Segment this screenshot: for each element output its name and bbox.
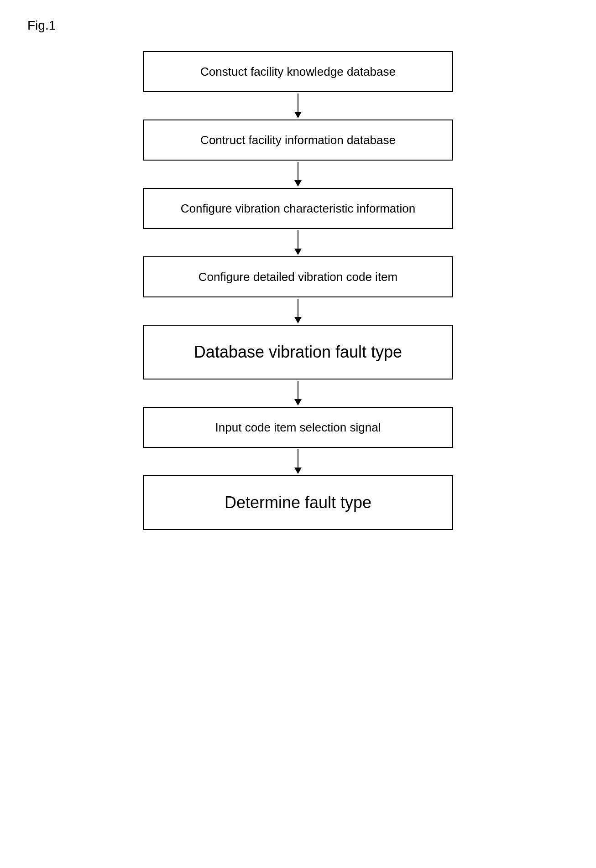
- step-label-s22: Determine fault type: [225, 493, 371, 512]
- figure-label: Fig.1: [27, 18, 569, 33]
- step-row-s18: Database vibration fault type ∿ S18: [27, 325, 569, 379]
- step-box-s16: Configure detailed vibration code item: [143, 256, 453, 297]
- arrow-head-6: [294, 468, 302, 474]
- arrow-line-2: [298, 162, 298, 180]
- arrow-line-5: [298, 381, 298, 399]
- step-row-s22: Determine fault type ∿ S22: [27, 475, 569, 530]
- arrow-shape-2: [294, 162, 302, 187]
- arrow-shape-6: [294, 449, 302, 474]
- arrow-shape-5: [294, 381, 302, 405]
- step-label-s12: Contruct facility information database: [200, 133, 396, 147]
- step-box-s14: Configure vibration characteristic infor…: [143, 188, 453, 229]
- step-row-s12: Contruct facility information database ∿…: [27, 120, 569, 161]
- step-box-s10: Constuct facility knowledge database: [143, 51, 453, 92]
- arrow-shape-1: [294, 94, 302, 118]
- arrow-head-3: [294, 249, 302, 255]
- arrow-line-3: [298, 230, 298, 249]
- arrow-3: [27, 229, 569, 256]
- arrow-shape-3: [294, 230, 302, 255]
- step-box-s12: Contruct facility information database: [143, 120, 453, 161]
- step-row-s16: Configure detailed vibration code item ∿…: [27, 256, 569, 297]
- page: Fig.1 Constuct facility knowledge databa…: [0, 0, 596, 868]
- step-row-s10: Constuct facility knowledge database ∿ S…: [27, 51, 569, 92]
- step-label-s18: Database vibration fault type: [194, 343, 402, 362]
- arrow-head-5: [294, 399, 302, 405]
- arrow-6: [27, 448, 569, 475]
- arrow-line-1: [298, 94, 298, 112]
- arrow-5: [27, 379, 569, 407]
- arrow-4: [27, 297, 569, 325]
- step-label-s16: Configure detailed vibration code item: [199, 270, 397, 284]
- step-label-s14: Configure vibration characteristic infor…: [181, 202, 415, 216]
- arrow-1: [27, 92, 569, 120]
- step-row-s14: Configure vibration characteristic infor…: [27, 188, 569, 229]
- arrow-head-2: [294, 180, 302, 187]
- arrow-line-6: [298, 449, 298, 468]
- step-label-s20: Input code item selection signal: [215, 421, 381, 435]
- arrow-head-1: [294, 112, 302, 118]
- arrow-head-4: [294, 317, 302, 323]
- arrow-line-4: [298, 299, 298, 317]
- step-box-s20: Input code item selection signal: [143, 407, 453, 448]
- flowchart: Constuct facility knowledge database ∿ S…: [27, 51, 569, 530]
- arrow-shape-4: [294, 299, 302, 323]
- step-box-s18: Database vibration fault type: [143, 325, 453, 379]
- arrow-2: [27, 161, 569, 188]
- step-box-s22: Determine fault type: [143, 475, 453, 530]
- step-row-s20: Input code item selection signal ∿ S20: [27, 407, 569, 448]
- step-label-s10: Constuct facility knowledge database: [200, 65, 396, 79]
